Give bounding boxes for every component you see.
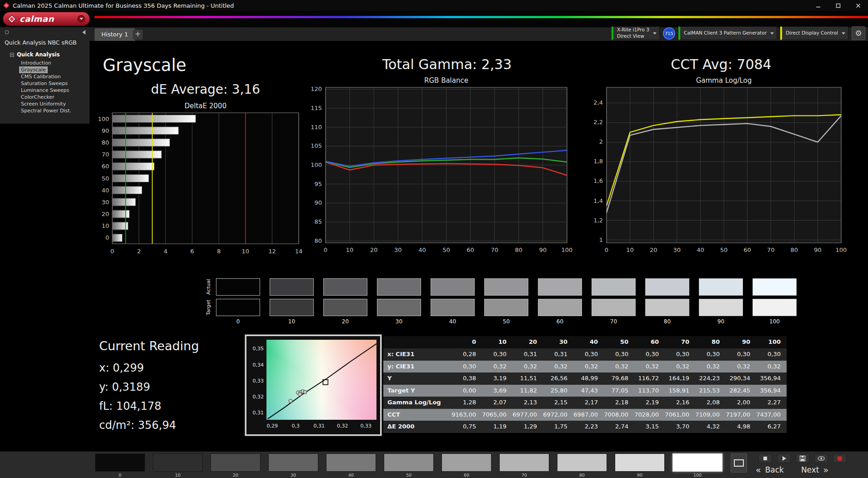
- table-cell: 4,98: [726, 421, 756, 433]
- pattern-swatch[interactable]: [153, 453, 203, 472]
- calman-menu-button[interactable]: calman: [3, 12, 90, 26]
- calman-diamond-icon: [8, 15, 16, 23]
- pattern-swatch-label: 70: [522, 473, 527, 478]
- svg-text:105: 105: [311, 142, 322, 149]
- next-button[interactable]: Next: [801, 465, 819, 474]
- table-cell: 2,00: [726, 397, 756, 409]
- pattern-swatch[interactable]: [326, 453, 376, 472]
- sidebar-pin-button[interactable]: [4, 29, 10, 35]
- svg-text:20: 20: [370, 247, 378, 253]
- sidebar-collapse-button[interactable]: [80, 29, 86, 35]
- close-button[interactable]: [848, 0, 868, 11]
- pattern-swatch[interactable]: [384, 453, 434, 472]
- svg-text:10: 10: [346, 247, 354, 253]
- stop-button[interactable]: [758, 454, 772, 463]
- target-swatch: [270, 299, 314, 316]
- next-chevron-icon[interactable]: »: [823, 465, 829, 475]
- sidebar-item-grayscale[interactable]: Grayscale: [19, 66, 48, 73]
- calman-menu-dropdown[interactable]: [77, 15, 85, 23]
- table-row-label: Gamma Log/Log: [383, 397, 452, 409]
- pattern-swatch[interactable]: [499, 453, 549, 472]
- actual-swatch: [753, 278, 797, 296]
- add-tab-button[interactable]: +: [133, 30, 143, 40]
- table-cell: 11,51: [512, 372, 543, 385]
- svg-text:85: 85: [314, 218, 322, 225]
- svg-text:1,6: 1,6: [593, 177, 603, 184]
- svg-text:0,33: 0,33: [361, 423, 372, 429]
- play-button[interactable]: [777, 454, 791, 463]
- swatch-column-label: 90: [699, 318, 743, 325]
- table-cell: 2,16: [665, 397, 695, 409]
- close-icon: [856, 3, 861, 8]
- pattern-swatch[interactable]: [615, 453, 665, 472]
- preview-button[interactable]: [814, 454, 828, 463]
- pattern-window-button[interactable]: [731, 453, 747, 473]
- back-chevron-icon[interactable]: «: [756, 465, 761, 475]
- sidebar-root-label: Quick Analysis: [17, 51, 60, 58]
- sidebar-item-introduction[interactable]: Introduction: [19, 60, 53, 66]
- sidebar: Quick Analysis NBC sRGB Quick Analysis I…: [0, 27, 90, 124]
- record-button[interactable]: [833, 454, 847, 463]
- table-row: CCT9163,007065,006977,006972,006987,0070…: [383, 409, 787, 421]
- transport-controls: [758, 454, 847, 463]
- pattern-swatch[interactable]: [268, 453, 318, 472]
- target-swatch: [645, 299, 689, 316]
- table-cell: 0,30: [573, 348, 604, 361]
- save-button[interactable]: [796, 454, 809, 463]
- sidebar-item-colorchecker[interactable]: ColorChecker: [19, 94, 56, 101]
- chevron-down-icon: [80, 18, 83, 22]
- tab-history-1[interactable]: History 1: [95, 28, 135, 41]
- sidebar-item-cms-calibration[interactable]: CMS Calibration: [19, 73, 63, 80]
- meter-pattern-generator-dropdown[interactable]: CalMAN Client 3 Pattern Generator: [678, 26, 777, 40]
- sidebar-item-luminance-sweeps[interactable]: Luminance Sweeps: [19, 87, 71, 94]
- tree-expander-icon[interactable]: [10, 53, 14, 57]
- table-cell: 113,70: [634, 385, 665, 397]
- svg-text:80: 80: [101, 139, 109, 146]
- pattern-swatch[interactable]: [672, 453, 722, 472]
- meter-display-control-dropdown[interactable]: Direct Display Control: [780, 26, 848, 40]
- svg-text:0: 0: [324, 247, 327, 253]
- table-cell: 2,07: [482, 397, 512, 409]
- table-cell: 26,56: [543, 372, 573, 385]
- table-header-cell: 30: [543, 336, 573, 348]
- svg-text:50: 50: [720, 247, 728, 253]
- svg-text:40: 40: [101, 187, 109, 194]
- table-cell: 0,32: [543, 361, 573, 373]
- table-header-cell: 80: [695, 336, 726, 348]
- table-cell: 2,15: [543, 397, 573, 409]
- swatch-column-label: 40: [431, 318, 475, 325]
- title-bar: Calman 2025 Calman Ultimate for Business…: [0, 0, 868, 11]
- actual-swatch: [592, 278, 636, 296]
- sidebar-item-spectral-power-dist[interactable]: Spectral Power Dist.: [19, 107, 73, 114]
- settings-button[interactable]: ⚙: [852, 26, 865, 40]
- meter-colorimeter-dropdown[interactable]: X-Rite i1Pro 3 Direct View: [612, 26, 660, 40]
- svg-text:115: 115: [311, 105, 322, 111]
- svg-text:40: 40: [418, 247, 426, 253]
- actual-swatch: [484, 278, 528, 296]
- svg-text:50: 50: [442, 247, 450, 253]
- table-cell: 6,27: [756, 421, 787, 433]
- sidebar-item-screen-uniformity[interactable]: Screen Uniformity: [19, 101, 68, 107]
- table-header-cell: [383, 336, 452, 348]
- sidebar-root-node[interactable]: Quick Analysis: [0, 46, 90, 60]
- pattern-swatch[interactable]: [442, 453, 492, 472]
- swatch-column-label: 10: [270, 318, 314, 325]
- pattern-swatch[interactable]: [95, 453, 145, 472]
- pattern-swatch-label: 10: [175, 473, 181, 478]
- deltae-bar-chart: DeltaE 200002468101214100908070605040302…: [93, 101, 307, 259]
- pattern-swatch[interactable]: [211, 453, 261, 472]
- stop-icon: [762, 455, 769, 462]
- minimize-button[interactable]: [808, 0, 828, 11]
- reading-x: x: 0,299: [99, 362, 144, 374]
- table-header-cell: 70: [665, 336, 695, 348]
- pattern-swatch[interactable]: [557, 453, 607, 472]
- maximize-button[interactable]: [828, 0, 848, 11]
- table-cell: 4,32: [695, 421, 726, 433]
- back-button[interactable]: Back: [765, 465, 784, 474]
- table-cell: 47,43: [573, 385, 604, 397]
- table-cell: 290,34: [726, 372, 756, 385]
- svg-text:50: 50: [101, 175, 109, 182]
- sidebar-item-saturation-sweeps[interactable]: Saturation Sweeps: [19, 80, 70, 87]
- table-cell: 0,32: [665, 361, 695, 373]
- svg-text:80: 80: [791, 247, 798, 253]
